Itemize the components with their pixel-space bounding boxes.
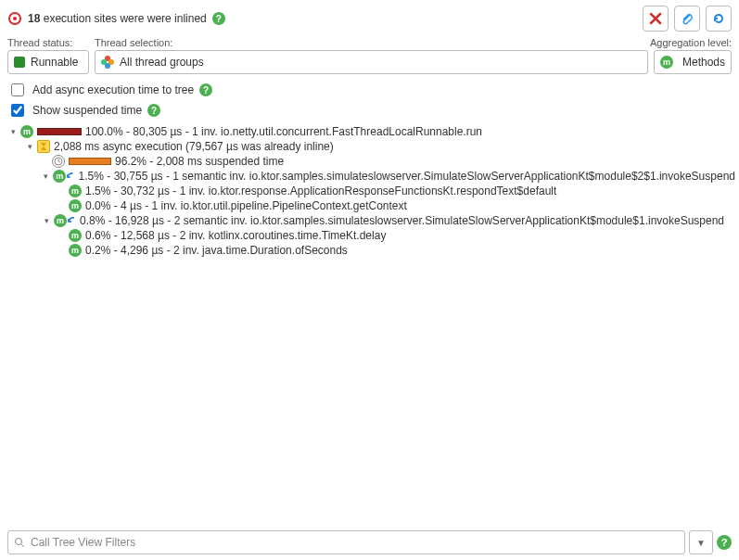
- clock-icon: [52, 155, 65, 168]
- thread-status-select[interactable]: Runnable: [7, 50, 89, 74]
- tree-text: 96.2% - 2,008 ms suspended time: [115, 155, 284, 168]
- method-icon: m: [54, 214, 67, 227]
- help-icon[interactable]: ?: [199, 83, 212, 96]
- semantic-arrow-icon: [67, 216, 76, 225]
- svg-point-3: [16, 539, 22, 545]
- warning-ring-icon: [7, 11, 22, 26]
- tree-row[interactable]: ▾ 2,088 ms async execution (79,567 µs wa…: [4, 139, 735, 154]
- label-async-time: Add async execution time to tree: [32, 83, 194, 96]
- tree-row[interactable]: m 1.5% - 30,732 µs - 1 inv. io.ktor.resp…: [4, 184, 735, 198]
- filter-input[interactable]: Call Tree View Filters: [7, 530, 685, 554]
- refresh-button[interactable]: [706, 6, 732, 32]
- tree-text: 0.6% - 12,568 µs - 2 inv. kotlinx.corout…: [85, 229, 386, 242]
- thread-groups-icon: [101, 56, 114, 69]
- search-icon: [14, 537, 25, 548]
- tree-text: 0.8% - 16,928 µs - 2 semantic inv. io.kt…: [80, 214, 724, 227]
- inlined-count: 18: [28, 12, 40, 25]
- runnable-status-icon: [14, 57, 25, 68]
- tree-text: 100.0% - 80,305 µs - 1 inv. io.netty.uti…: [85, 125, 482, 138]
- call-tree[interactable]: ▾ m 100.0% - 80,305 µs - 1 inv. io.netty…: [0, 121, 739, 525]
- svg-line-4: [21, 544, 24, 547]
- tree-text: 0.0% - 4 µs - 1 inv. io.ktor.util.pipeli…: [85, 199, 407, 212]
- help-icon[interactable]: ?: [717, 535, 732, 550]
- method-icon: m: [20, 125, 33, 138]
- hourglass-icon: [37, 140, 50, 153]
- tree-row[interactable]: m 0.6% - 12,568 µs - 2 inv. kotlinx.coro…: [4, 228, 735, 243]
- label-thread-status: Thread status:: [7, 37, 95, 48]
- filter-placeholder: Call Tree View Filters: [31, 536, 135, 549]
- method-icon: m: [660, 56, 673, 69]
- percent-bar: [69, 158, 111, 165]
- thread-selection-select[interactable]: All thread groups: [95, 50, 648, 74]
- inlined-message: execution sites were were inlined: [44, 12, 207, 25]
- checkbox-suspended-time[interactable]: [11, 104, 24, 117]
- help-icon[interactable]: ?: [147, 104, 160, 117]
- method-icon: m: [69, 244, 82, 257]
- thread-status-value: Runnable: [31, 56, 78, 69]
- tree-row[interactable]: 96.2% - 2,008 ms suspended time: [4, 154, 735, 169]
- help-icon[interactable]: ?: [212, 12, 225, 25]
- label-suspended-time: Show suspended time: [32, 104, 142, 117]
- label-thread-selection: Thread selection:: [95, 37, 650, 48]
- tree-text: 2,088 ms async execution (79,567 µs was …: [54, 140, 334, 153]
- expander-icon[interactable]: ▾: [7, 126, 19, 137]
- method-icon: m: [69, 199, 82, 212]
- percent-bar: [37, 128, 82, 135]
- method-icon: m: [69, 185, 82, 197]
- attach-button[interactable]: [674, 6, 700, 32]
- method-icon: m: [69, 229, 82, 242]
- aggregation-select[interactable]: m Methods: [654, 50, 732, 74]
- tree-row[interactable]: ▾ m 100.0% - 80,305 µs - 1 inv. io.netty…: [4, 124, 735, 139]
- close-button[interactable]: [643, 6, 669, 32]
- expander-icon[interactable]: ▾: [24, 141, 35, 152]
- tree-row[interactable]: ▾ m 1.5% - 30,755 µs - 1 semantic inv. i…: [4, 169, 735, 184]
- expander-icon[interactable]: ▾: [41, 171, 51, 182]
- tree-row[interactable]: m 0.0% - 4 µs - 1 inv. io.ktor.util.pipe…: [4, 198, 735, 213]
- filter-dropdown[interactable]: ▼: [689, 530, 713, 554]
- thread-selection-value: All thread groups: [120, 56, 204, 69]
- aggregation-value: Methods: [682, 56, 725, 69]
- checkbox-async-time[interactable]: [11, 83, 24, 96]
- tree-text: 0.2% - 4,296 µs - 2 inv. java.time.Durat…: [85, 244, 348, 257]
- tree-text: 1.5% - 30,732 µs - 1 inv. io.ktor.respon…: [85, 185, 556, 197]
- tree-row[interactable]: m 0.2% - 4,296 µs - 2 inv. java.time.Dur…: [4, 243, 735, 258]
- tree-row[interactable]: ▾ m 0.8% - 16,928 µs - 2 semantic inv. i…: [4, 213, 735, 228]
- method-icon: m: [53, 170, 66, 183]
- tree-text: 1.5% - 30,755 µs - 1 semantic inv. io.kt…: [79, 170, 735, 183]
- expander-icon[interactable]: ▾: [41, 215, 52, 226]
- semantic-arrow-icon: [66, 172, 74, 181]
- label-aggregation: Aggregation level:: [650, 37, 732, 48]
- svg-point-1: [13, 17, 17, 20]
